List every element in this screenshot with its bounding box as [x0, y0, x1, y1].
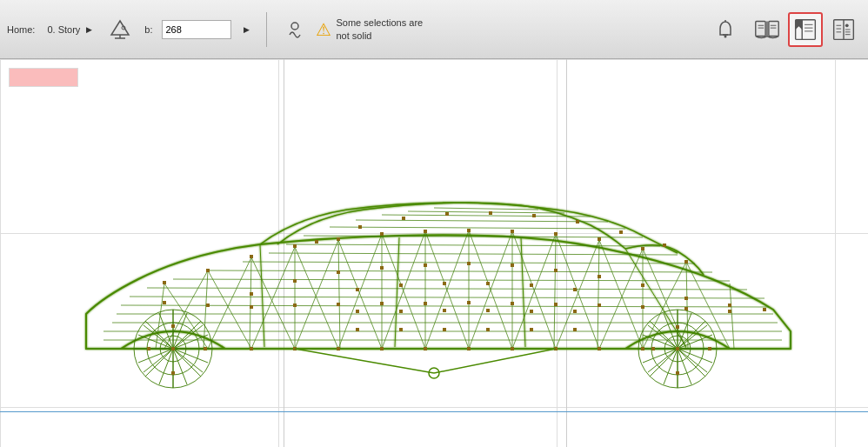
svg-line-45 [269, 253, 678, 255]
warning-line2: not solid [337, 30, 424, 42]
svg-rect-148 [380, 232, 384, 236]
home-label: Home: [7, 24, 35, 35]
shape-tool-icon[interactable] [104, 14, 136, 45]
svg-rect-9 [769, 21, 778, 36]
svg-rect-131 [204, 347, 207, 350]
svg-rect-211 [356, 328, 359, 331]
svg-rect-174 [293, 304, 297, 307]
warning-line1: Some selections are [337, 17, 424, 29]
svg-rect-8 [756, 21, 765, 36]
svg-line-69 [251, 247, 295, 349]
svg-rect-153 [598, 237, 601, 241]
svg-rect-152 [554, 232, 558, 236]
svg-line-91 [686, 262, 730, 349]
svg-rect-183 [684, 307, 688, 310]
water-svg [283, 17, 307, 42]
canvas-area[interactable] [0, 59, 868, 447]
svg-rect-214 [486, 328, 490, 331]
svg-rect-169 [728, 304, 731, 307]
svg-rect-150 [467, 229, 471, 232]
svg-line-81 [251, 257, 295, 349]
svg-rect-186 [358, 225, 362, 229]
svg-rect-158 [250, 292, 253, 296]
svg-rect-185 [315, 240, 318, 244]
svg-rect-144 [641, 347, 644, 350]
svg-line-70 [295, 240, 338, 349]
svg-rect-139 [424, 347, 427, 350]
svg-rect-140 [467, 347, 471, 350]
svg-rect-193 [663, 244, 666, 247]
svg-line-50 [382, 215, 591, 217]
svg-rect-154 [641, 247, 644, 250]
svg-line-80 [208, 270, 251, 349]
svg-rect-213 [443, 328, 446, 331]
svg-rect-177 [424, 302, 427, 305]
svg-rect-192 [619, 230, 623, 234]
svg-line-39 [121, 305, 769, 307]
bell-icon[interactable] [710, 14, 741, 45]
svg-rect-179 [511, 302, 514, 305]
svg-rect-207 [443, 309, 446, 312]
svg-rect-198 [651, 347, 655, 350]
svg-rect-212 [399, 328, 403, 331]
story-play-button[interactable] [82, 23, 96, 37]
svg-marker-17 [796, 19, 803, 29]
svg-rect-151 [511, 230, 514, 233]
svg-rect-147 [337, 237, 340, 241]
svg-rect-210 [573, 310, 577, 313]
warning-area: ⚠ Some selections are not solid [279, 14, 702, 45]
svg-line-66 [730, 284, 734, 349]
info-button[interactable] [826, 12, 861, 47]
svg-rect-167 [641, 284, 644, 287]
svg-rect-155 [684, 260, 688, 264]
svg-rect-208 [486, 309, 490, 312]
svg-rect-170 [763, 308, 766, 311]
svg-rect-171 [163, 301, 166, 304]
open-book-svg [752, 15, 782, 44]
story-group: 0. Story [47, 23, 96, 37]
svg-rect-137 [337, 347, 340, 350]
book-bookmark-button[interactable] [788, 12, 823, 47]
toolbar: Home: 0. Story b: ⚠ Some selections are … [0, 0, 868, 59]
svg-rect-166 [598, 275, 601, 278]
svg-rect-202 [486, 282, 490, 285]
svg-rect-163 [467, 262, 471, 265]
b-label: b: [144, 24, 152, 35]
svg-rect-168 [684, 297, 688, 300]
svg-rect-156 [163, 281, 166, 284]
b-play-button[interactable] [240, 23, 254, 37]
book-bookmark-svg [791, 15, 820, 44]
svg-line-52 [434, 208, 538, 210]
svg-rect-135 [250, 347, 253, 350]
svg-rect-172 [206, 304, 210, 307]
svg-rect-203 [530, 284, 533, 287]
svg-line-48 [330, 227, 625, 229]
svg-rect-200 [399, 284, 403, 287]
svg-rect-181 [598, 304, 601, 307]
thumbnail-preview [9, 68, 78, 87]
svg-rect-188 [445, 212, 449, 216]
car-wireframe-container [17, 163, 851, 395]
info-svg [829, 15, 858, 44]
svg-rect-165 [554, 269, 558, 272]
svg-rect-182 [641, 305, 644, 309]
svg-line-49 [356, 220, 608, 222]
svg-line-68 [208, 257, 251, 349]
warning-text: Some selections are not solid [337, 17, 424, 42]
svg-rect-187 [402, 217, 405, 220]
ground-line [0, 411, 868, 412]
svg-line-65 [686, 262, 688, 349]
svg-rect-173 [250, 305, 253, 309]
svg-line-57 [338, 240, 340, 349]
svg-point-4 [291, 23, 298, 30]
svg-rect-159 [293, 279, 297, 283]
story-label: 0. Story [47, 24, 80, 35]
svg-line-54 [204, 270, 208, 349]
open-book-button[interactable] [750, 12, 785, 47]
svg-rect-205 [356, 310, 359, 313]
svg-rect-141 [511, 347, 514, 350]
svg-point-23 [845, 23, 849, 27]
b-input[interactable] [162, 20, 231, 39]
svg-rect-175 [337, 303, 340, 306]
water-icon[interactable] [279, 14, 310, 45]
